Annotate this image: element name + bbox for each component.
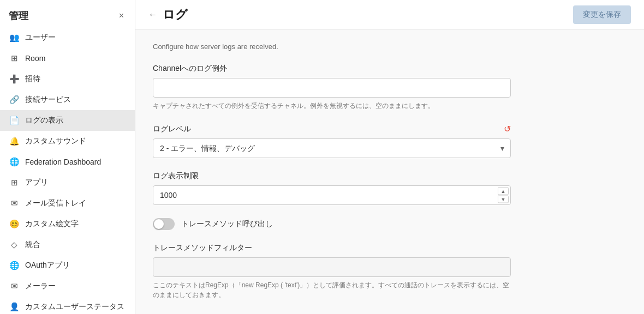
- spinner-down[interactable]: ▼: [498, 196, 509, 203]
- icon-federation-dashboard: 🌐: [9, 156, 20, 167]
- sidebar-item-custom-user-status[interactable]: 👤 カスタムユーザーステータス: [0, 297, 135, 314]
- field-group-log-level: ログレベル ↺ 0 - エラーのみ 1 - エラー、情報 2 - エラー、情報、…: [153, 124, 511, 158]
- icon-room: ⊞: [9, 53, 20, 64]
- trace-method-calls-label: トレースメソッド呼び出し: [181, 219, 273, 229]
- field-label-channel-exception: Channelへのログ例外: [153, 64, 511, 74]
- channel-exception-input[interactable]: [153, 78, 511, 98]
- field-group-log-view-limit: ログ表示制限 ▲ ▼: [153, 171, 511, 205]
- icon-apps: ⊞: [9, 177, 20, 188]
- sidebar-item-apps[interactable]: ⊞ アプリ: [0, 172, 135, 193]
- sidebar-item-users[interactable]: 👥 ユーザー: [0, 27, 135, 48]
- sidebar-close-button[interactable]: ×: [117, 9, 126, 23]
- icon-custom-sound: 🔔: [9, 136, 20, 147]
- icon-view-logs: 📄: [9, 115, 20, 126]
- sidebar-item-oauth-apps[interactable]: 🌐 OAuthアプリ: [0, 255, 135, 276]
- sidebar-item-label-invite: 招待: [25, 74, 40, 84]
- field-label-log-level: ログレベル ↺: [153, 124, 511, 134]
- field-group-channel-exception: Channelへのログ例外 キャプチャされたすべての例外を受信するチャネル。例外…: [153, 64, 511, 111]
- log-level-select-wrapper: 0 - エラーのみ 1 - エラー、情報 2 - エラー、情報、デバッグ: [153, 138, 511, 158]
- sidebar-item-federation-dashboard[interactable]: 🌐 Federation Dashboard: [0, 152, 135, 172]
- field-label-log-view-limit: ログ表示制限: [153, 171, 511, 181]
- sidebar-title: 管理: [9, 9, 28, 22]
- log-level-select[interactable]: 0 - エラーのみ 1 - エラー、情報 2 - エラー、情報、デバッグ: [153, 138, 511, 158]
- field-hint-trace-filter: ここのテキストはRegExp（「new RegExp ( 'text')」）とし…: [153, 280, 511, 300]
- sidebar-item-label-mail-inbox: メール受信トレイ: [25, 198, 86, 208]
- sidebar: 管理 × 👥 ユーザー ⊞ Room ➕ 招待 🔗 接続サービス 📄 ログの表示…: [0, 0, 135, 314]
- sidebar-item-mail-inbox[interactable]: ✉ メール受信トレイ: [0, 193, 135, 214]
- trace-filter-input[interactable]: [153, 257, 511, 277]
- sidebar-header: 管理 ×: [0, 0, 135, 27]
- icon-invite: ➕: [9, 74, 20, 84]
- main-header: ← ログ 変更を保存: [135, 0, 644, 29]
- icon-users: 👥: [9, 32, 20, 43]
- sidebar-item-label-apps: アプリ: [25, 178, 48, 188]
- sidebar-item-custom-sound[interactable]: 🔔 カスタムサウンド: [0, 131, 135, 152]
- log-level-reset-icon[interactable]: ↺: [504, 124, 511, 134]
- sidebar-item-label-custom-sound: カスタムサウンド: [25, 136, 86, 146]
- trace-method-calls-toggle[interactable]: [153, 218, 175, 230]
- sidebar-item-mailer[interactable]: ✉ メーラー: [0, 276, 135, 297]
- sidebar-item-integrations[interactable]: ◇ 統合: [0, 234, 135, 255]
- page-title: ログ: [163, 7, 188, 23]
- field-group-trace-filter: トレースメソッドフィルター ここのテキストはRegExp（「new RegExp…: [153, 243, 511, 300]
- field-label-trace-filter: トレースメソッドフィルター: [153, 243, 511, 253]
- content-description: Configure how server logs are received.: [153, 43, 511, 51]
- sidebar-item-label-view-logs: ログの表示: [25, 116, 63, 125]
- back-arrow[interactable]: ←: [148, 10, 157, 20]
- sidebar-item-label-oauth-apps: OAuthアプリ: [25, 261, 70, 270]
- sidebar-item-view-logs[interactable]: 📄 ログの表示: [0, 110, 135, 131]
- icon-integrations: ◇: [9, 239, 20, 250]
- icon-oauth-apps: 🌐: [9, 260, 20, 271]
- icon-mailer: ✉: [9, 281, 20, 292]
- icon-mail-inbox: ✉: [9, 198, 20, 209]
- number-spinners: ▲ ▼: [498, 188, 509, 203]
- content-area: Configure how server logs are received. …: [135, 29, 528, 314]
- sidebar-item-custom-emoji[interactable]: 😊 カスタム絵文字: [0, 214, 135, 234]
- field-hint-channel-exception: キャプチャされたすべての例外を受信するチャネル。例外を無視するには、空のままにし…: [153, 101, 511, 111]
- trace-method-calls-row: トレースメソッド呼び出し: [153, 218, 511, 230]
- sidebar-item-label-integrations: 統合: [25, 240, 40, 250]
- sidebar-item-label-federation-dashboard: Federation Dashboard: [25, 158, 101, 166]
- sidebar-item-label-custom-user-status: カスタムユーザーステータス: [25, 302, 124, 312]
- sidebar-item-label-room: Room: [25, 54, 45, 63]
- icon-connection-services: 🔗: [9, 94, 20, 105]
- save-button[interactable]: 変更を保存: [573, 5, 631, 24]
- log-view-limit-input[interactable]: [153, 185, 511, 205]
- sidebar-item-label-custom-emoji: カスタム絵文字: [25, 219, 79, 229]
- icon-custom-user-status: 👤: [9, 301, 20, 312]
- icon-custom-emoji: 😊: [9, 219, 20, 230]
- sidebar-item-label-mailer: メーラー: [25, 281, 56, 291]
- main-panel: ← ログ 変更を保存 Configure how server logs are…: [135, 0, 644, 314]
- sidebar-item-room[interactable]: ⊞ Room: [0, 48, 135, 69]
- sidebar-item-label-connection-services: 接続サービス: [25, 95, 71, 105]
- page-title-area: ← ログ: [148, 7, 188, 23]
- sidebar-item-label-users: ユーザー: [25, 33, 56, 43]
- sidebar-item-connection-services[interactable]: 🔗 接続サービス: [0, 89, 135, 110]
- log-view-limit-wrapper: ▲ ▼: [153, 185, 511, 205]
- sidebar-item-invite[interactable]: ➕ 招待: [0, 69, 135, 89]
- spinner-up[interactable]: ▲: [498, 188, 509, 195]
